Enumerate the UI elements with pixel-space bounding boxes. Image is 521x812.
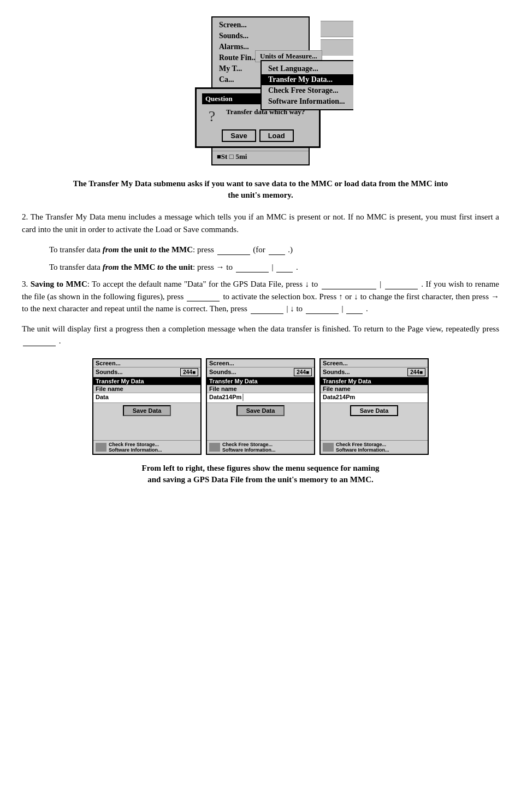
transfer-mmc-to-unit-line: To transfer data from the MMC to the uni…	[49, 260, 499, 274]
blank-load-key	[236, 264, 269, 272]
screen2-input[interactable]: Data214Pm│	[207, 393, 314, 403]
menu-screen[interactable]: Screen...	[212, 20, 309, 31]
screen3-icon	[323, 443, 334, 452]
screen3-top-sounds: Sounds...	[323, 369, 350, 375]
blank-p3-6	[346, 305, 363, 314]
blank-load-sub	[276, 264, 293, 272]
screen3-save-btn[interactable]: Save Data	[350, 405, 399, 416]
bottom-screenshots-area: Screen... Sounds... 244■ Transfer My Dat…	[22, 358, 499, 455]
submenu-set-language[interactable]: Set Language...	[262, 63, 353, 74]
screen2-section: Transfer My Data	[207, 377, 314, 385]
screen3-input[interactable]: Data214Pm	[321, 393, 428, 403]
screen1-top-left: Screen...	[96, 360, 121, 366]
screen3-battery: 244■	[407, 368, 425, 376]
blank-save-key	[217, 246, 250, 255]
screen2-icon	[209, 443, 220, 452]
screen3-bottom: Check Free Storage... Software Informati…	[321, 440, 428, 454]
screen2-file-label: File name	[207, 385, 314, 393]
load-button[interactable]: Load	[259, 129, 294, 142]
bottom-caption: From left to right, these figures show t…	[69, 463, 452, 485]
screen2-battery: 244■	[294, 368, 312, 376]
blank-p4	[23, 337, 56, 346]
blank-p3-1	[322, 281, 376, 289]
screen1-input[interactable]: Data	[93, 393, 200, 403]
bottom-caption-line2: and saving a GPS Data File from the unit…	[69, 474, 452, 485]
screen3-top-left: Screen...	[323, 360, 348, 366]
gps-screen-3: Screen... Sounds... 244■ Transfer My Dat…	[319, 358, 429, 455]
submenu-transfer-my-data[interactable]: Transfer My Data...	[262, 74, 353, 85]
paragraph-2: 2. The Transfer My Data menu includes a …	[22, 211, 499, 235]
screen3-section: Transfer My Data	[321, 377, 428, 385]
blank-p3-2	[385, 281, 418, 289]
screen1-save-btn[interactable]: Save Data	[123, 405, 171, 416]
submenu-software-info[interactable]: Software Information...	[262, 96, 353, 107]
screen2-bottom-text: Check Free Storage... Software Informati…	[222, 442, 276, 453]
screen2-spacer	[207, 418, 314, 440]
blank-p3-5	[306, 305, 339, 314]
status-bar-text: 5mi	[236, 152, 247, 161]
blank-p3-3	[187, 293, 220, 301]
status-icon: ■St □	[217, 152, 234, 161]
screen3-bottom-text: Check Free Storage... Software Informati…	[336, 442, 389, 453]
paragraph-3: 3. Saving to MMC: To accept the default …	[22, 278, 499, 315]
screen1-top-sounds: Sounds...	[96, 369, 123, 375]
submenu-check-free-storage[interactable]: Check Free Storage...	[262, 85, 353, 96]
screen1-spacer	[93, 418, 200, 440]
top-screenshot-area: Screen... Sounds... Alarms... Route Fin.…	[22, 16, 499, 169]
screen2-top-sounds: Sounds...	[209, 369, 236, 375]
screen2-bottom: Check Free Storage... Software Informati…	[207, 440, 314, 454]
gps-menu-wrapper: Screen... Sounds... Alarms... Route Fin.…	[168, 16, 353, 169]
screen1-icon	[96, 443, 106, 452]
bottom-caption-line1: From left to right, these figures show t…	[69, 463, 452, 474]
blank-p3-4	[251, 305, 283, 314]
save-button[interactable]: Save	[222, 129, 256, 142]
screen3-spacer	[321, 418, 428, 440]
gps-screen-1: Screen... Sounds... 244■ Transfer My Dat…	[92, 358, 202, 455]
transfer-unit-to-mmc-line: To transfer data from the unit to the MM…	[49, 243, 499, 256]
paragraph-4: The unit will display first a progress t…	[22, 323, 499, 347]
screen1-file-label: File name	[93, 385, 200, 393]
screen1-section: Transfer My Data	[93, 377, 200, 385]
top-caption: The Transfer My Data submenu asks if you…	[69, 178, 452, 201]
screen1-bottom-text: Check Free Storage... Software Informati…	[109, 442, 162, 453]
menu-sounds[interactable]: Sounds...	[212, 31, 309, 42]
screen3-file-label: File name	[321, 385, 428, 393]
blank-save-sub	[269, 246, 285, 255]
screen1-battery: 244■	[180, 368, 198, 376]
screen2-save-btn[interactable]: Save Data	[236, 405, 285, 416]
screen2-top-left: Screen...	[209, 360, 234, 366]
gps-screen-2: Screen... Sounds... 244■ Transfer My Dat…	[206, 358, 315, 455]
question-icon: ?	[202, 108, 222, 125]
screen1-bottom: Check Free Storage... Software Informati…	[93, 440, 200, 454]
